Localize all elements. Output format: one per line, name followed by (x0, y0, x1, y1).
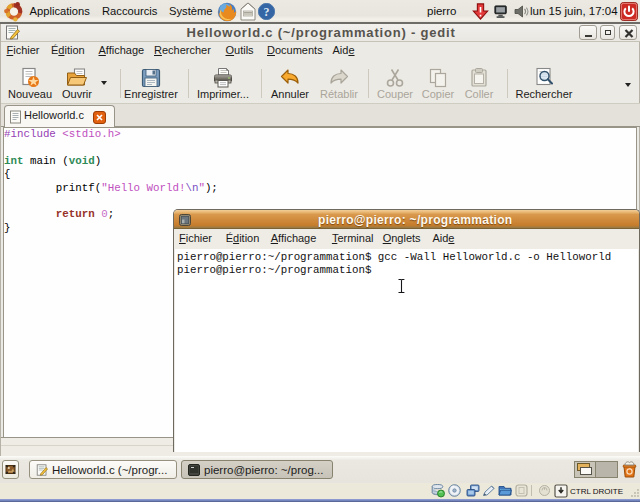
svg-text:?: ? (264, 5, 270, 19)
